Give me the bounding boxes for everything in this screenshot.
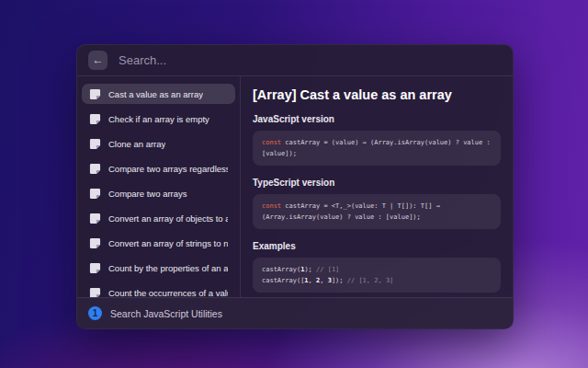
list-item-label: Clone an array <box>108 139 165 149</box>
list-item[interactable]: Compare two arrays regardless... <box>82 158 235 178</box>
launcher-window: ← Cast a value as an arrayCheck if an ar… <box>76 44 514 329</box>
content-area: Cast a value as an arrayCheck if an arra… <box>77 76 513 297</box>
note-icon <box>89 138 101 150</box>
detail-sections: JavaScript versionconst castArray = (val… <box>253 114 501 293</box>
back-button[interactable]: ← <box>88 51 107 70</box>
extension-icon: 1 <box>88 306 102 320</box>
list-item[interactable]: Check if an array is empty <box>82 109 235 129</box>
status-bar: 1 Search JavaScript Utilities <box>77 297 513 328</box>
code-block: const castArray = <T,_>(value: T | T[]):… <box>253 194 501 229</box>
list-item[interactable]: Clone an array <box>82 133 235 154</box>
note-icon <box>89 262 101 274</box>
section-heading: JavaScript version <box>253 114 501 124</box>
list-item-label: Convert an array of strings to n... <box>108 238 228 248</box>
status-label: Search JavaScript Utilities <box>110 308 222 319</box>
note-icon <box>89 163 101 175</box>
list-item-label: Check if an array is empty <box>108 114 209 124</box>
code-block: castArray(1); // [1]castArray([1, 2, 3])… <box>253 258 501 293</box>
note-icon <box>89 88 101 100</box>
list-item[interactable]: Count the occurrences of a valu... <box>82 282 235 297</box>
back-arrow-icon: ← <box>93 53 104 66</box>
section-heading: Examples <box>253 241 501 251</box>
list-item[interactable]: Convert an array of objects to a... <box>82 208 235 228</box>
list-item[interactable]: Cast a value as an array <box>82 84 235 104</box>
result-list: Cast a value as an arrayCheck if an arra… <box>77 76 240 297</box>
note-icon <box>89 113 101 125</box>
list-item-label: Count by the properties of an ar... <box>108 263 228 273</box>
note-icon <box>89 213 101 224</box>
detail-title: [Array] Cast a value as an array <box>253 87 501 102</box>
section-heading: TypeScript version <box>253 178 501 188</box>
list-item[interactable]: Compare two arrays <box>82 183 235 203</box>
note-icon <box>89 237 101 249</box>
code-block: const castArray = (value) ⇒ (Array.isArr… <box>253 131 501 166</box>
list-item-label: Cast a value as an array <box>108 89 203 99</box>
list-item[interactable]: Convert an array of strings to n... <box>82 233 235 253</box>
note-icon <box>89 188 101 200</box>
search-input[interactable] <box>117 52 502 68</box>
list-item-label: Convert an array of objects to a... <box>108 213 228 224</box>
list-item-label: Compare two arrays regardless... <box>108 164 228 174</box>
list-item-label: Count the occurrences of a valu... <box>108 288 228 298</box>
search-bar: ← <box>77 45 513 76</box>
note-icon <box>89 287 101 298</box>
list-item[interactable]: Count by the properties of an ar... <box>82 258 235 278</box>
list-item-label: Compare two arrays <box>108 189 187 199</box>
desktop-background: ← Cast a value as an arrayCheck if an ar… <box>0 0 588 368</box>
detail-panel: [Array] Cast a value as an array JavaScr… <box>241 76 513 297</box>
